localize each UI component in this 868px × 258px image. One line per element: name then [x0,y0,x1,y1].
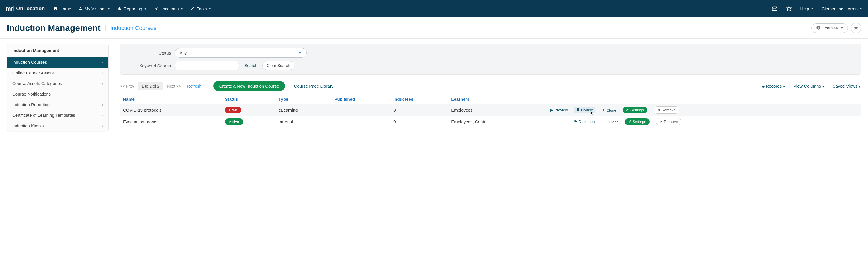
sidebar-header: Induction Management [7,44,108,57]
sidebar-item-online-assets[interactable]: Online Course Assets › [7,68,108,78]
course-page-library-link[interactable]: Course Page Library [294,83,334,88]
plus-icon: ＋ [602,108,606,113]
plus-icon: ＋ [604,119,608,124]
documents-link[interactable]: Documents [574,119,598,124]
caret-down-icon: ▼ [822,85,825,88]
sidebar-item-notifications[interactable]: Course Notifications › [7,89,108,99]
remove-button[interactable]: ✕Remove [656,118,681,125]
sidebar-item-certificates[interactable]: Certificate of Learning Templates › [7,110,108,120]
prev-page[interactable]: << Prev [120,84,134,88]
svg-point-0 [80,7,81,8]
clone-link[interactable]: ＋Clone [602,108,616,113]
page-separator: | [105,24,106,32]
book-icon [577,108,580,112]
clear-search-button[interactable]: Clear Search [262,61,294,70]
star-icon[interactable] [786,5,792,12]
user-icon [78,6,83,11]
cell-status: Draft [222,104,276,116]
sidebar-item-label: Induction Kiosks [12,123,43,128]
caret-down-icon: ▼ [858,85,861,88]
settings-label: Settings [633,119,646,124]
svg-point-4 [155,7,156,7]
svg-rect-3 [120,8,121,10]
clone-label: Clone [607,108,616,112]
nav-user[interactable]: Clementine Herron ▼ [822,6,862,11]
brand[interactable]: mri OnLocation [6,5,45,12]
nav-locations-label: Locations [160,6,179,11]
col-name[interactable]: Name [120,95,222,104]
preview-link[interactable]: ▶Preview [550,108,567,112]
col-learners[interactable]: Learners [448,95,548,104]
cell-published [331,104,391,116]
brand-logo: mri [6,5,14,12]
refresh-link[interactable]: Refresh [187,84,201,88]
caret-down-icon: ▼ [298,51,302,55]
cell-inductees[interactable]: 0 [391,116,448,127]
nav-tools[interactable]: Tools ▼ [190,6,211,11]
sidebar-item-asset-categories[interactable]: Course Assets Categories › [7,78,108,89]
caret-down-icon: ▼ [208,7,211,10]
search-button[interactable]: Search [245,63,257,68]
chevron-right-icon: › [102,71,103,75]
toolbar-right: # Records▼ View Columns▼ Saved Views▼ [762,83,861,88]
col-type[interactable]: Type [276,95,332,104]
cell-type: eLearning [276,104,332,116]
settings-button[interactable]: Settings [625,118,650,125]
clone-link[interactable]: ＋Clone [604,119,619,124]
create-course-button[interactable]: Create a New Induction Course [213,81,285,91]
next-page[interactable]: Next >> [167,84,181,88]
nav-visitors-label: My Visitors [85,6,105,11]
clone-label: Clone [609,120,619,124]
course-link[interactable]: Course [574,107,595,113]
sidebar-item-reporting[interactable]: Induction Reporting › [7,99,108,110]
keyword-input[interactable] [175,61,239,70]
nav-help[interactable]: Help ▼ [800,6,813,11]
nav-right: Help ▼ Clementine Herron ▼ [771,5,862,12]
favorite-button[interactable] [851,23,861,33]
nav-visitors[interactable]: My Visitors ▼ [78,6,110,11]
svg-rect-12 [577,109,579,109]
sidebar-item-label: Induction Courses [12,60,47,65]
col-actions [548,95,861,104]
svg-point-10 [818,26,819,27]
svg-rect-2 [119,7,120,10]
remove-button[interactable]: ✕Remove [654,106,679,114]
svg-point-5 [157,7,158,7]
nav-home[interactable]: Home [53,6,71,11]
mail-icon[interactable] [771,5,778,12]
view-columns-dropdown[interactable]: View Columns▼ [794,83,825,88]
col-status[interactable]: Status [222,95,276,104]
settings-button[interactable]: Settings [623,107,647,113]
table-row: COVID-19 protocols Draft eLearning 0 Emp… [120,104,861,116]
svg-rect-9 [818,27,819,29]
records-dropdown[interactable]: # Records▼ [762,83,785,88]
saved-views-dropdown[interactable]: Saved Views▼ [833,83,861,88]
sidebar-item-courses[interactable]: Induction Courses › [7,57,108,68]
nav-locations[interactable]: Locations ▼ [154,6,183,11]
page-subtitle: Induction Courses [110,25,156,32]
saved-label: Saved Views [833,83,858,88]
nav-reporting[interactable]: Reporting ▼ [117,6,147,11]
page-header: Induction Management | Induction Courses… [0,17,868,39]
cell-inductees[interactable]: 0 [391,104,448,116]
nav-user-label: Clementine Herron [822,6,858,11]
chevron-right-icon: › [102,81,103,86]
sidebar-item-kiosks[interactable]: Induction Kiosks › [7,120,108,131]
cell-type: Internal [276,116,332,127]
caret-down-icon: ▼ [144,7,147,10]
nav-items: Home My Visitors ▼ Reporting ▼ Locations… [53,6,771,11]
col-inductees[interactable]: Inductees [391,95,448,104]
caret-down-icon: ▼ [107,7,110,10]
location-icon [154,6,158,11]
status-select[interactable]: Any ▼ [175,48,307,58]
col-published[interactable]: Published [331,95,391,104]
main: Status Any ▼ Keyword Search Search Clear… [120,44,861,127]
cell-learners: Employees [448,104,548,116]
filter-panel: Status Any ▼ Keyword Search Search Clear… [120,44,861,75]
info-icon [816,26,821,31]
caret-down-icon: ▼ [811,7,813,10]
filter-row-keyword: Keyword Search Search Clear Search [126,61,855,70]
learn-more-button[interactable]: Learn More [811,24,848,33]
edit-icon [628,119,631,124]
top-nav: mri OnLocation Home My Visitors ▼ Report… [0,0,868,17]
